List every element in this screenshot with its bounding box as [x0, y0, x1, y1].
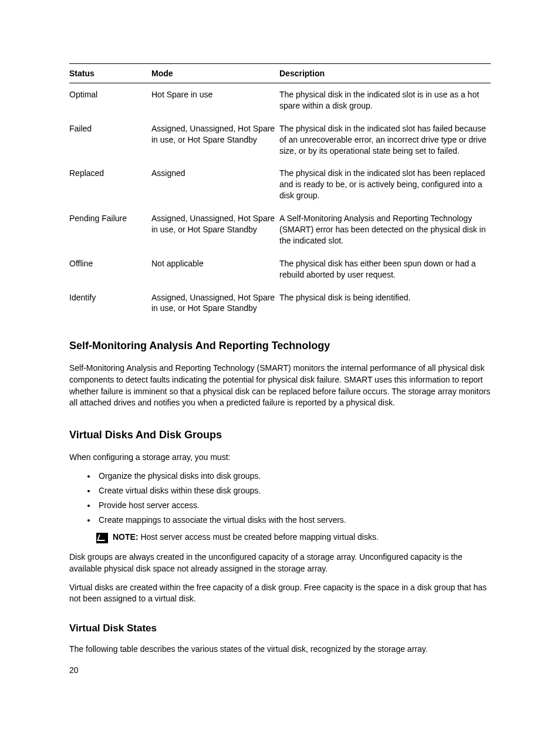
cell-status: Offline — [69, 252, 151, 286]
paragraph-diskgroups: Disk groups are always created in the un… — [69, 552, 491, 574]
note-block: NOTE: Host server access must be created… — [96, 532, 491, 543]
cell-description: The physical disk is being identified. — [279, 286, 491, 320]
note-icon — [96, 533, 108, 543]
paragraph-vdisk-free: Virtual disks are created within the fre… — [69, 582, 491, 605]
cell-status: Failed — [69, 117, 151, 163]
paragraph-vdisk-states: The following table describes the variou… — [69, 644, 491, 655]
paragraph-vdisk-intro: When configuring a storage array, you mu… — [69, 452, 491, 464]
cell-description: A Self-Monitoring Analysis and Reporting… — [279, 207, 491, 252]
note-label: NOTE: — [113, 532, 140, 542]
status-table: Status Mode Description Optimal Hot Spar… — [69, 63, 491, 320]
header-description: Description — [279, 64, 491, 83]
cell-description: The physical disk in the indicated slot … — [279, 83, 491, 117]
header-status: Status — [69, 64, 151, 83]
cell-mode: Assigned — [151, 162, 279, 207]
list-item: Provide host server access. — [96, 499, 491, 512]
cell-status: Replaced — [69, 162, 151, 207]
page-number: 20 — [69, 665, 79, 675]
list-item: Create mappings to associate the virtual… — [96, 514, 491, 526]
table-header-row: Status Mode Description — [69, 64, 491, 83]
cell-mode: Not applicable — [151, 252, 279, 286]
heading-vdisk-states: Virtual Disk States — [69, 623, 491, 634]
cell-status: Identify — [69, 286, 151, 320]
heading-smart: Self-Monitoring Analysis And Reporting T… — [69, 340, 491, 352]
paragraph-smart: Self-Monitoring Analysis and Reporting T… — [69, 363, 491, 408]
table-row: Identify Assigned, Unassigned, Hot Spare… — [69, 286, 491, 320]
cell-status: Optimal — [69, 83, 151, 117]
cell-mode: Assigned, Unassigned, Hot Spare in use, … — [151, 286, 279, 320]
cell-mode: Assigned, Unassigned, Hot Spare in use, … — [151, 207, 279, 252]
table-row: Replaced Assigned The physical disk in t… — [69, 162, 491, 207]
table-row: Optimal Hot Spare in use The physical di… — [69, 83, 491, 117]
note-text: Host server access must be created befor… — [140, 532, 378, 542]
cell-description: The physical disk has either been spun d… — [279, 252, 491, 286]
cell-mode: Assigned, Unassigned, Hot Spare in use, … — [151, 117, 279, 163]
header-mode: Mode — [151, 64, 279, 83]
heading-vdisk-groups: Virtual Disks And Disk Groups — [69, 429, 491, 441]
cell-description: The physical disk in the indicated slot … — [279, 117, 491, 163]
cell-mode: Hot Spare in use — [151, 83, 279, 117]
config-list: Organize the physical disks into disk gr… — [96, 470, 491, 526]
list-item: Create virtual disks within these disk g… — [96, 485, 491, 497]
table-row: Offline Not applicable The physical disk… — [69, 252, 491, 286]
cell-description: The physical disk in the indicated slot … — [279, 162, 491, 207]
table-row: Failed Assigned, Unassigned, Hot Spare i… — [69, 117, 491, 163]
table-row: Pending Failure Assigned, Unassigned, Ho… — [69, 207, 491, 252]
note-content: NOTE: Host server access must be created… — [113, 532, 379, 542]
cell-status: Pending Failure — [69, 207, 151, 252]
list-item: Organize the physical disks into disk gr… — [96, 470, 491, 482]
